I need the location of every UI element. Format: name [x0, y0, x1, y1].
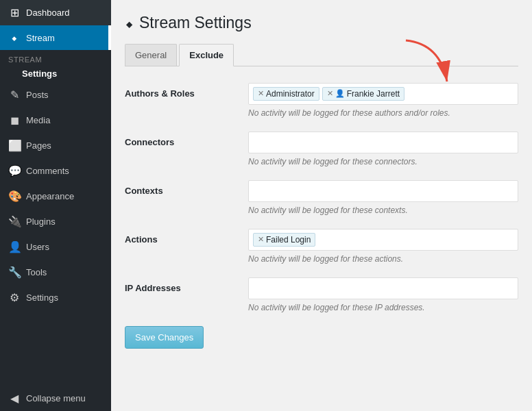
tag-failed-login-remove[interactable]: ✕: [258, 236, 264, 243]
sidebar-item-label: Plugins: [26, 216, 56, 227]
ip-hint: No activity will be logged for these IP …: [248, 303, 518, 312]
tag-administrator: ✕ Administrator: [253, 87, 319, 101]
page-title: Stream Settings: [139, 14, 252, 33]
tabs-container: General Exclude: [125, 44, 518, 66]
sidebar-item-settings[interactable]: ⚙ Settings: [0, 285, 111, 310]
stream-icon: ⬥: [8, 32, 21, 44]
authors-hint: No activity will be logged for these aut…: [248, 108, 518, 118]
connectors-hint: No activity will be logged for these con…: [248, 157, 518, 166]
sidebar-item-posts[interactable]: ✎ Posts: [0, 82, 111, 108]
collapse-label: Collapse menu: [26, 393, 86, 403]
plugins-icon: 🔌: [8, 215, 21, 228]
sidebar: ⊞ Dashboard ⬥ Stream Stream Settings ✎ P…: [0, 0, 111, 411]
sidebar-item-plugins[interactable]: 🔌 Plugins: [0, 209, 111, 234]
tab-general[interactable]: General: [125, 44, 177, 66]
comments-icon: 💬: [8, 164, 21, 177]
sidebar-item-dashboard[interactable]: ⊞ Dashboard: [0, 0, 111, 25]
sidebar-item-label: Stream: [26, 33, 55, 43]
ip-tag-input[interactable]: [248, 277, 518, 299]
sidebar-item-label: Posts: [26, 90, 49, 100]
users-icon: 👤: [8, 240, 21, 253]
authors-label: Authors & Roles: [125, 83, 248, 99]
sidebar-item-media[interactable]: ◼ Media: [0, 108, 111, 133]
tag-frankie-jarrett-label: Frankie Jarrett: [347, 89, 400, 99]
sidebar-item-tools[interactable]: 🔧 Tools: [0, 260, 111, 285]
form-row-connectors: Connectors No activity will be logged fo…: [125, 132, 518, 166]
authors-tag-input[interactable]: ✕ Administrator ✕ 👤 Frankie Jarrett: [248, 83, 518, 105]
media-icon: ◼: [8, 114, 21, 127]
sidebar-item-label: Media: [26, 115, 50, 125]
sidebar-subitem-settings[interactable]: Settings: [0, 65, 111, 82]
form-row-actions: Actions ✕ Failed Login No activity will …: [125, 229, 518, 264]
form-row-authors: Authors & Roles ✕ Administrator ✕ 👤 Fran…: [125, 83, 518, 118]
settings-icon: ⚙: [8, 291, 21, 304]
contexts-tag-input[interactable]: [248, 180, 518, 202]
tag-failed-login: ✕ Failed Login: [253, 233, 315, 247]
appearance-icon: 🎨: [8, 190, 21, 203]
connectors-field: No activity will be logged for these con…: [248, 132, 518, 166]
contexts-label: Contexts: [125, 180, 248, 196]
tab-exclude[interactable]: Exclude: [179, 44, 234, 66]
sidebar-item-label: Settings: [26, 292, 58, 303]
sidebar-item-stream[interactable]: ⬥ Stream: [0, 25, 111, 50]
sidebar-item-label: Appearance: [26, 191, 74, 201]
save-changes-button[interactable]: Save Changes: [125, 326, 204, 349]
sidebar-item-users[interactable]: 👤 Users: [0, 234, 111, 260]
sidebar-item-appearance[interactable]: 🎨 Appearance: [0, 184, 111, 209]
contexts-hint: No activity will be logged for these con…: [248, 206, 518, 215]
tag-administrator-label: Administrator: [266, 89, 315, 99]
ip-field: No activity will be logged for these IP …: [248, 277, 518, 312]
actions-hint: No activity will be logged for these act…: [248, 254, 518, 264]
page-header: ⬥ Stream Settings: [125, 14, 518, 33]
pages-icon: ⬜: [8, 139, 21, 152]
posts-icon: ✎: [8, 88, 21, 101]
sidebar-item-label: Pages: [26, 140, 51, 151]
settings-form: Authors & Roles ✕ Administrator ✕ 👤 Fran…: [125, 83, 518, 312]
sidebar-item-label: Tools: [26, 267, 47, 277]
form-actions: Save Changes: [125, 326, 518, 349]
contexts-field: No activity will be logged for these con…: [248, 180, 518, 215]
page-header-icon: ⬥: [125, 14, 134, 32]
tag-frankie-jarrett-remove[interactable]: ✕: [327, 90, 333, 97]
sidebar-item-comments[interactable]: 💬 Comments: [0, 158, 111, 184]
connectors-label: Connectors: [125, 132, 248, 147]
form-row-ip: IP Addresses No activity will be logged …: [125, 277, 518, 312]
actions-label: Actions: [125, 229, 248, 245]
tag-failed-login-label: Failed Login: [266, 235, 311, 245]
actions-tag-input[interactable]: ✕ Failed Login: [248, 229, 518, 251]
form-row-contexts: Contexts No activity will be logged for …: [125, 180, 518, 215]
stream-section-label: Stream: [0, 50, 111, 65]
dashboard-icon: ⊞: [8, 6, 21, 19]
sidebar-item-label: Dashboard: [26, 8, 70, 18]
tag-frankie-jarrett: ✕ 👤 Frankie Jarrett: [322, 87, 404, 101]
collapse-icon: ◀: [8, 392, 21, 405]
ip-label: IP Addresses: [125, 277, 248, 293]
tools-icon: 🔧: [8, 266, 21, 279]
user-icon: 👤: [335, 89, 345, 98]
connectors-tag-input[interactable]: [248, 132, 518, 153]
sidebar-item-label: Users: [26, 242, 49, 252]
actions-field: ✕ Failed Login No activity will be logge…: [248, 229, 518, 264]
sidebar-item-pages[interactable]: ⬜ Pages: [0, 133, 111, 158]
collapse-menu[interactable]: ◀ Collapse menu: [0, 386, 111, 411]
authors-field: ✕ Administrator ✕ 👤 Frankie Jarrett No a…: [248, 83, 518, 118]
main-content: ⬥ Stream Settings General Exclude Author…: [111, 0, 532, 411]
tag-administrator-remove[interactable]: ✕: [258, 90, 264, 97]
sidebar-item-label: Comments: [26, 166, 69, 176]
